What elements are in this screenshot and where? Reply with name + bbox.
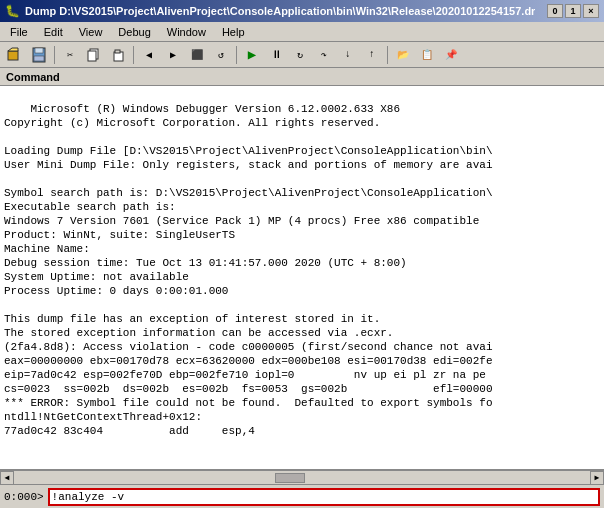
output-text: Microsoft (R) Windows Debugger Version 6… — [4, 103, 492, 437]
menu-view[interactable]: View — [71, 24, 111, 40]
app-icon: 🐛 — [5, 4, 20, 18]
title-bar-left: 🐛 Dump D:\VS2015\Project\AlivenProject\C… — [5, 4, 535, 18]
svg-rect-3 — [35, 48, 43, 53]
svg-rect-4 — [34, 56, 44, 61]
svg-rect-6 — [88, 51, 96, 61]
toolbar-sep-3 — [236, 46, 237, 64]
toolbar-copy-button[interactable] — [83, 45, 105, 65]
toolbar-forward-button[interactable]: ▶ — [162, 45, 184, 65]
toolbar-paste2-button[interactable]: 📌 — [440, 45, 462, 65]
command-label-text: Command — [6, 71, 60, 83]
toolbar-stepover-button[interactable]: ↷ — [313, 45, 335, 65]
scrollbar-horizontal[interactable]: ◀ ▶ — [0, 470, 604, 484]
toolbar-save-button[interactable] — [28, 45, 50, 65]
menu-debug[interactable]: Debug — [110, 24, 158, 40]
toolbar-paste-button[interactable] — [107, 45, 129, 65]
maximize-button[interactable]: 1 — [565, 4, 581, 18]
menu-file[interactable]: File — [2, 24, 36, 40]
scroll-right-button[interactable]: ▶ — [590, 471, 604, 485]
close-button[interactable]: × — [583, 4, 599, 18]
toolbar-copy2-button[interactable]: 📋 — [416, 45, 438, 65]
output-area[interactable]: Microsoft (R) Windows Debugger Version 6… — [0, 86, 604, 470]
toolbar-back-button[interactable]: ◀ — [138, 45, 160, 65]
menu-bar: File Edit View Debug Window Help — [0, 22, 604, 42]
window-title: Dump D:\VS2015\Project\AlivenProject\Con… — [25, 5, 535, 17]
toolbar-stop-button[interactable]: ⬛ — [186, 45, 208, 65]
toolbar-cut-button[interactable]: ✂ — [59, 45, 81, 65]
scroll-track[interactable] — [28, 473, 576, 483]
toolbar-open-button[interactable] — [4, 45, 26, 65]
minimize-button[interactable]: 0 — [547, 4, 563, 18]
toolbar-stepin-button[interactable]: ↓ — [337, 45, 359, 65]
command-input[interactable] — [48, 488, 600, 506]
toolbar-run-button[interactable]: ▶ — [241, 45, 263, 65]
toolbar-sep-2 — [133, 46, 134, 64]
main-area: Microsoft (R) Windows Debugger Version 6… — [0, 86, 604, 508]
toolbar-sep-4 — [387, 46, 388, 64]
toolbar-stepout-button[interactable]: ↑ — [361, 45, 383, 65]
prompt-label: 0:000> — [4, 491, 44, 503]
toolbar-restart-button[interactable]: ↻ — [289, 45, 311, 65]
menu-window[interactable]: Window — [159, 24, 214, 40]
title-bar: 🐛 Dump D:\VS2015\Project\AlivenProject\C… — [0, 0, 604, 22]
svg-rect-0 — [8, 51, 18, 60]
scroll-thumb[interactable] — [275, 473, 305, 483]
menu-edit[interactable]: Edit — [36, 24, 71, 40]
input-row: 0:000> — [0, 484, 604, 508]
toolbar: ✂ ◀ ▶ ⬛ ↺ ▶ ⏸ ↻ ↷ ↓ ↑ 📂 📋 📌 — [0, 42, 604, 68]
scroll-left-button[interactable]: ◀ — [0, 471, 14, 485]
toolbar-pause-button[interactable]: ⏸ — [265, 45, 287, 65]
menu-help[interactable]: Help — [214, 24, 253, 40]
command-label: Command — [0, 68, 604, 86]
toolbar-refresh-button[interactable]: ↺ — [210, 45, 232, 65]
svg-marker-1 — [8, 48, 18, 51]
title-bar-buttons: 0 1 × — [547, 4, 599, 18]
svg-rect-8 — [115, 50, 120, 53]
toolbar-open2-button[interactable]: 📂 — [392, 45, 414, 65]
toolbar-sep-1 — [54, 46, 55, 64]
